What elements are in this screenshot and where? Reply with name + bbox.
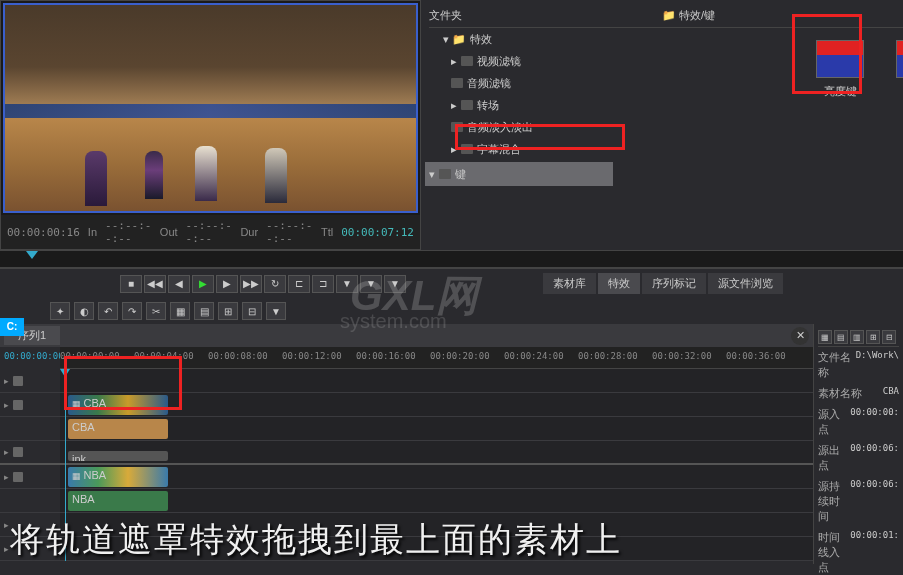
- source-ruler[interactable]: [0, 250, 903, 268]
- tool-button[interactable]: ▦: [170, 302, 190, 320]
- tool-button[interactable]: ⊞: [218, 302, 238, 320]
- instruction-caption: 将轨道遮罩特效拖拽到最上面的素材上: [10, 517, 622, 563]
- tab-library[interactable]: 素材库: [543, 273, 596, 294]
- tab-markers[interactable]: 序列标记: [642, 273, 706, 294]
- mark-in-button[interactable]: ⊏: [288, 275, 310, 293]
- effects-tree: ▾ 📁 特效 ▸ 视频滤镜 音频滤镜 ▸ 转场 音频淡入淡出 ▸ 字幕混合 ▾ …: [429, 28, 609, 188]
- loop-button[interactable]: ↻: [264, 275, 286, 293]
- edit-toolbar: ✦ ◐ ↶ ↷ ✂ ▦ ▤ ⊞ ⊟ ▼: [0, 298, 903, 324]
- tree-item-keys[interactable]: ▾ 键: [425, 162, 613, 186]
- prop-tool[interactable]: ▦: [818, 330, 832, 344]
- video-preview[interactable]: [3, 3, 418, 213]
- timeline-position: 00:00:00:00: [0, 347, 60, 369]
- tool-button[interactable]: ↷: [122, 302, 142, 320]
- cut-button[interactable]: ✂: [146, 302, 166, 320]
- btn[interactable]: ▼: [384, 275, 406, 293]
- folder-label: 文件夹: [429, 8, 462, 23]
- next-frame-button[interactable]: ▶: [216, 275, 238, 293]
- timecode-bar: 00:00:00:16 In--:--:--:-- Out--:--:--:--…: [1, 215, 420, 249]
- transport-controls: ■ ◀◀ ◀ ▶ ▶ ▶▶ ↻ ⊏ ⊐ ▼ ▼ ▼ 素材库 特效 序列标记 源文…: [0, 268, 903, 298]
- tree-root[interactable]: ▾ 📁 特效: [429, 28, 609, 50]
- btn[interactable]: ▼: [336, 275, 358, 293]
- prev-frame-button[interactable]: ◀: [168, 275, 190, 293]
- forward-button[interactable]: ▶▶: [240, 275, 262, 293]
- mark-out-button[interactable]: ⊐: [312, 275, 334, 293]
- effects-keys-label: 特效/键: [679, 9, 715, 21]
- highlight-keys-tree: [455, 124, 625, 150]
- prop-tool[interactable]: ⊞: [866, 330, 880, 344]
- clip-ink[interactable]: ink: [68, 451, 168, 461]
- prop-tool[interactable]: ⊟: [882, 330, 896, 344]
- watermark-sub: system.com: [340, 310, 447, 333]
- prop-tool[interactable]: ▥: [850, 330, 864, 344]
- properties-panel: ▦ ▤ ▥ ⊞ ⊟ 文件名称D:\Work\ 素材名称CBA 源入点00:00:…: [813, 324, 903, 564]
- rewind-button[interactable]: ◀◀: [144, 275, 166, 293]
- key-chroma[interactable]: 色度键: [889, 40, 903, 110]
- tree-item[interactable]: 音频滤镜: [429, 72, 609, 94]
- close-button[interactable]: ✕: [791, 327, 809, 345]
- tool-button[interactable]: ⊟: [242, 302, 262, 320]
- highlight-top-clip: [64, 356, 182, 410]
- tree-item[interactable]: ▸ 视频滤镜: [429, 50, 609, 72]
- current-timecode: 00:00:00:16: [7, 226, 80, 239]
- tool-button[interactable]: ▼: [266, 302, 286, 320]
- stop-button[interactable]: ■: [120, 275, 142, 293]
- tab-source[interactable]: 源文件浏览: [708, 273, 783, 294]
- clip-cba-audio[interactable]: CBA: [68, 419, 168, 439]
- preview-monitor: 00:00:00:16 In--:--:--:-- Out--:--:--:--…: [0, 0, 421, 250]
- tool-button[interactable]: ◐: [74, 302, 94, 320]
- tool-button[interactable]: ▤: [194, 302, 214, 320]
- tree-item[interactable]: ▸ 转场: [429, 94, 609, 116]
- highlight-track-matte: [792, 14, 862, 94]
- btn[interactable]: ▼: [360, 275, 382, 293]
- clip-nba[interactable]: ▦ NBA: [68, 467, 168, 487]
- tool-button[interactable]: ✦: [50, 302, 70, 320]
- drive-badge: C:: [0, 318, 24, 336]
- clip-nba-audio[interactable]: NBA: [68, 491, 168, 511]
- tab-effects[interactable]: 特效: [598, 273, 640, 294]
- play-button[interactable]: ▶: [192, 275, 214, 293]
- tool-button[interactable]: ↶: [98, 302, 118, 320]
- prop-tool[interactable]: ▤: [834, 330, 848, 344]
